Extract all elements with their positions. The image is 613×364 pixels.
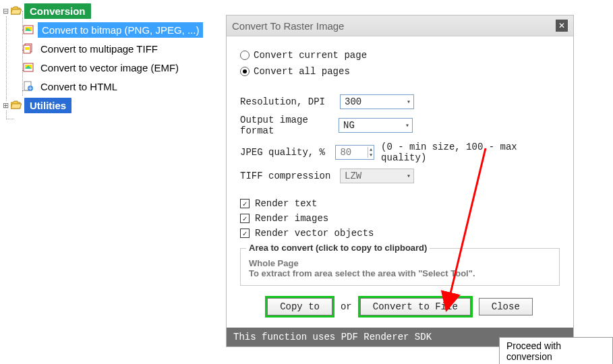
multipage-file-icon [23,43,34,54]
tree-item-convert-tiff[interactable]: Convert to multipage TIFF [0,39,216,58]
checkbox-render-images[interactable]: ✓ Render images [240,213,560,224]
dialog-titlebar: Convert To Raster Image ✕ [227,16,573,36]
close-icon[interactable]: ✕ [556,20,568,32]
copy-to-button[interactable]: Copy to [267,298,332,315]
jpeg-hint: (0 - min size, 100 - max quality) [381,142,560,163]
checkbox-label: Render vector objects [255,228,374,239]
tree-item-convert-html[interactable]: Convert to HTML [0,77,216,96]
radio-convert-all[interactable]: Convert all pages [240,66,560,77]
convert-to-file-button[interactable]: Convert to File [360,298,471,315]
tree-item-label: Convert to HTML [38,80,120,93]
area-title: Area to convert (click to copy to clipbo… [246,243,430,253]
area-to-convert-box[interactable]: Area to convert (click to copy to clipbo… [240,248,560,286]
output-format-label: Output image format [240,115,340,136]
or-label: or [341,301,352,312]
spinner-value: 80 [340,147,351,158]
resolution-combo[interactable]: 300 ▾ [340,94,414,109]
tooltip: Proceed with conversion [499,337,613,364]
dialog-title-text: Convert To Raster Image [232,20,344,32]
checkbox-icon: ✓ [240,214,250,223]
image-file-icon [23,62,34,73]
tree-folder-label: Conversion [24,3,91,19]
checkbox-label: Render images [255,213,328,224]
tree-folder-conversion[interactable]: ⊟ Conversion [0,1,216,20]
resolution-label: Resolution, DPI [240,96,340,107]
close-button[interactable]: Close [479,298,533,315]
radio-label: Convert current page [254,50,367,61]
area-text: To extract from area select the area wit… [249,268,551,278]
sidebar-tree: ⊟ Conversion Convert to bitmap (PNG, JPE… [0,0,216,115]
combo-value: 300 [345,96,361,107]
combo-value: LZW [345,171,361,181]
image-file-icon [23,24,34,35]
jpeg-quality-spinner[interactable]: 80 ▲▼ [335,145,374,160]
radio-label: Convert all pages [254,66,350,77]
svg-rect-5 [25,47,29,50]
tree-item-label: Convert to multipage TIFF [38,42,160,55]
combo-value: NG [343,120,355,131]
tree-item-label: Convert to bitmap (PNG, JPEG, ...) [38,22,203,38]
radio-icon [240,51,250,60]
jpeg-quality-label: JPEG quality, % [240,147,335,158]
tree-folder-utilities[interactable]: ⊞ Utilities [0,96,216,115]
tree-item-convert-bitmap[interactable]: Convert to bitmap (PNG, JPEG, ...) [0,20,216,39]
area-subtitle: Whole Page [249,258,551,268]
checkbox-label: Render text [255,198,317,209]
output-format-combo[interactable]: NG ▾ [339,118,413,133]
dialog-convert-raster: Convert To Raster Image ✕ Convert curren… [226,15,574,347]
folder-open-icon [11,100,22,110]
checkbox-icon: ✓ [240,199,250,208]
tree-item-convert-vector[interactable]: Convert to vector image (EMF) [0,58,216,77]
checkbox-render-text[interactable]: ✓ Render text [240,198,560,209]
chevron-down-icon: ▾ [405,121,409,129]
tiff-compression-label: TIFF compression [240,171,340,181]
tree-folder-label: Utilities [24,98,71,113]
chevron-down-icon: ▾ [407,98,411,106]
folder-open-icon [11,6,22,16]
tree-item-label: Convert to vector image (EMF) [38,61,181,74]
expand-toggle-icon[interactable]: ⊞ [0,101,11,110]
tiff-compression-combo: LZW ▾ [340,169,414,183]
radio-icon [240,67,250,76]
collapse-toggle-icon[interactable]: ⊟ [0,7,11,16]
spinner-buttons[interactable]: ▲▼ [368,147,374,158]
radio-convert-current[interactable]: Convert current page [240,50,560,61]
chevron-down-icon: ▾ [407,172,411,180]
checkbox-render-vector[interactable]: ✓ Render vector objects [240,228,560,239]
checkbox-icon: ✓ [240,229,250,238]
html-file-icon [23,81,34,92]
